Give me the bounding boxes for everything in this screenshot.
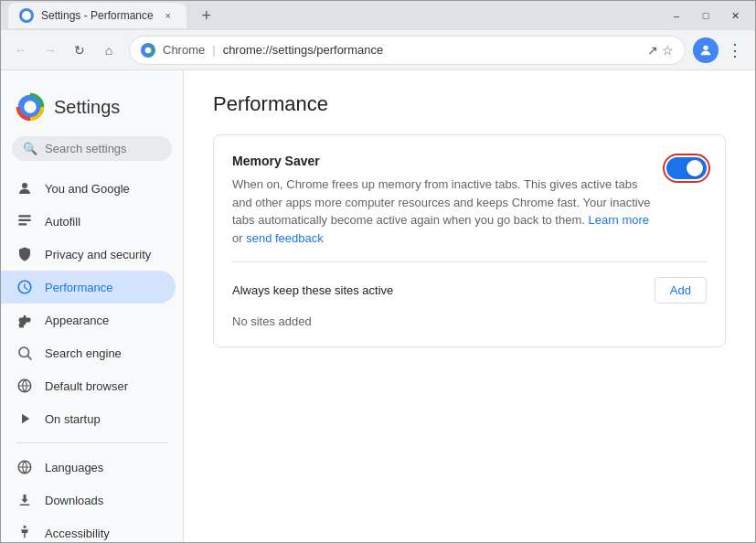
sidebar-group-2: Languages Downloads Accessibility (1, 451, 183, 542)
close-button[interactable]: ✕ (722, 6, 748, 25)
card-text: Memory Saver When on, Chrome frees up me… (232, 154, 652, 247)
send-feedback-link[interactable]: send feedback (246, 231, 324, 245)
sidebar-item-label: Downloads (45, 494, 103, 507)
sidebar-item-label: Default browser (45, 379, 128, 393)
sidebar-item-label: Performance (45, 281, 112, 294)
search-engine-icon (16, 344, 34, 362)
home-button[interactable]: ⌂ (96, 37, 122, 63)
maximize-button[interactable]: □ (693, 6, 719, 25)
performance-icon (16, 278, 34, 296)
always-keep-sites-row: Always keep these sites active Add (232, 261, 707, 303)
address-text: chrome://settings/performance (223, 43, 640, 57)
sidebar-item-default-browser[interactable]: Default browser (1, 369, 176, 402)
default-browser-icon (16, 377, 34, 395)
forward-button[interactable]: → (37, 37, 63, 63)
sidebar-item-label: You and Google (45, 182, 130, 196)
main-content: Settings 🔍 You and Google (1, 70, 755, 542)
sidebar-item-privacy-security[interactable]: Privacy and security (1, 238, 176, 271)
browser-toolbar: ← → ↻ ⌂ Chrome | chrome://settings/perfo… (1, 30, 755, 70)
tab-title: Settings - Performance (41, 9, 154, 22)
toggle-knob (687, 160, 703, 176)
tab-favicon (19, 8, 34, 23)
window-controls: – □ ✕ (664, 6, 748, 25)
sidebar-item-search-engine[interactable]: Search engine (1, 336, 176, 369)
titlebar: Settings - Performance × + – □ ✕ (1, 1, 755, 30)
address-favicon (141, 43, 155, 58)
svg-point-5 (24, 101, 36, 112)
address-icons: ↗ ☆ (647, 43, 674, 58)
page-title: Performance (213, 92, 726, 116)
svg-point-11 (19, 347, 29, 357)
svg-rect-9 (18, 223, 27, 225)
svg-point-3 (703, 45, 708, 49)
sidebar-item-on-startup[interactable]: On startup (1, 402, 176, 435)
content-area: Performance Memory Saver When on, Chrome… (184, 70, 755, 542)
downloads-icon (16, 491, 34, 509)
add-site-button[interactable]: Add (655, 277, 707, 303)
address-separator: | (212, 43, 215, 57)
refresh-button[interactable]: ↻ (67, 37, 92, 63)
settings-title: Settings (54, 97, 120, 118)
settings-header: Settings (1, 85, 183, 136)
sidebar-item-label: On startup (45, 412, 101, 426)
sidebar: Settings 🔍 You and Google (1, 70, 184, 542)
tab-close-button[interactable]: × (161, 8, 176, 23)
memory-saver-toggle[interactable] (666, 157, 707, 179)
toolbar-right: ⋮ (693, 37, 748, 63)
appearance-icon (16, 311, 34, 329)
sidebar-item-appearance[interactable]: Appearance (1, 303, 176, 336)
autofill-icon (16, 212, 34, 230)
new-tab-button[interactable]: + (194, 3, 219, 28)
search-box[interactable]: 🔍 (12, 136, 172, 161)
back-button[interactable]: ← (8, 37, 34, 63)
search-container: 🔍 (1, 136, 183, 172)
always-keep-sites-label: Always keep these sites active (232, 283, 393, 297)
sidebar-group-1: You and Google Autofill Privacy and secu… (1, 172, 183, 435)
sidebar-divider-1 (16, 442, 168, 443)
on-startup-icon (16, 410, 34, 428)
sidebar-item-label: Appearance (45, 314, 109, 327)
learn-more-link[interactable]: Learn more (589, 213, 649, 227)
no-sites-text: No sites added (232, 314, 707, 328)
settings-logo (16, 92, 45, 122)
sidebar-item-you-and-google[interactable]: You and Google (1, 172, 176, 205)
active-tab[interactable]: Settings - Performance × (8, 3, 186, 28)
search-input[interactable] (45, 142, 161, 155)
minimize-button[interactable]: – (664, 6, 689, 25)
you-google-icon (16, 179, 34, 197)
svg-point-0 (22, 11, 31, 20)
svg-rect-8 (18, 219, 31, 221)
sidebar-item-performance[interactable]: Performance (1, 271, 176, 303)
languages-icon (16, 458, 34, 476)
sidebar-item-label: Privacy and security (45, 248, 151, 261)
privacy-icon (16, 245, 34, 263)
svg-rect-7 (18, 215, 31, 217)
sidebar-item-label: Accessibility (45, 527, 110, 540)
toggle-container (666, 157, 707, 179)
memory-saver-card: Memory Saver When on, Chrome frees up me… (213, 134, 726, 347)
memory-saver-title: Memory Saver (232, 154, 652, 168)
browser-window: Settings - Performance × + – □ ✕ ← → ↻ ⌂… (0, 0, 756, 543)
svg-point-15 (24, 526, 27, 528)
card-header: Memory Saver When on, Chrome frees up me… (232, 154, 707, 247)
sidebar-item-downloads[interactable]: Downloads (1, 484, 176, 516)
or-text: or (232, 231, 246, 245)
svg-point-6 (22, 183, 27, 188)
sidebar-item-label: Languages (45, 461, 103, 474)
sidebar-item-autofill[interactable]: Autofill (1, 205, 176, 238)
bookmark-icon[interactable]: ☆ (662, 43, 674, 58)
address-bar[interactable]: Chrome | chrome://settings/performance ↗… (129, 36, 686, 65)
memory-saver-description: When on, Chrome frees up memory from ina… (232, 176, 652, 247)
share-icon[interactable]: ↗ (647, 43, 658, 58)
svg-line-12 (27, 356, 31, 359)
sidebar-item-label: Autofill (45, 215, 80, 229)
sidebar-item-languages[interactable]: Languages (1, 451, 176, 484)
search-icon: 🔍 (23, 142, 37, 155)
menu-button[interactable]: ⋮ (722, 37, 748, 63)
address-prefix: Chrome (163, 43, 205, 57)
accessibility-icon (16, 524, 34, 542)
svg-point-2 (145, 47, 152, 53)
profile-button[interactable] (693, 37, 719, 63)
sidebar-item-accessibility[interactable]: Accessibility (1, 516, 176, 542)
sidebar-item-label: Search engine (45, 346, 122, 360)
